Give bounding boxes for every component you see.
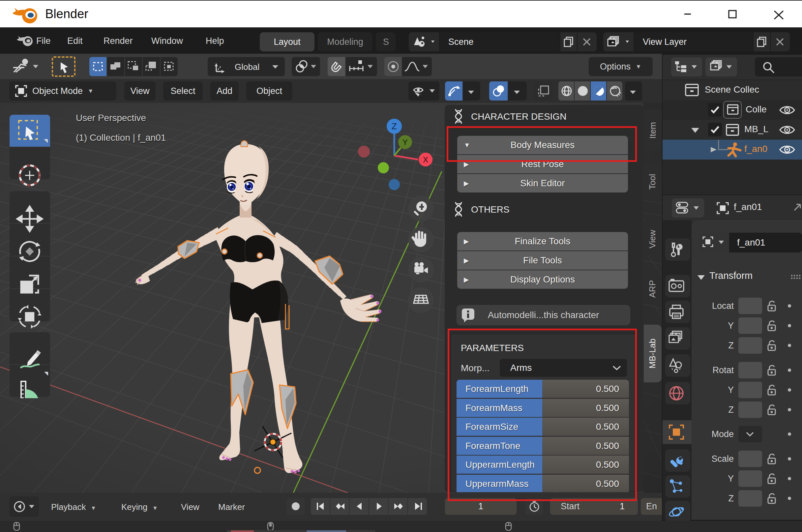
svg-text:Z: Z bbox=[392, 121, 397, 131]
svg-text:Y: Y bbox=[402, 138, 408, 147]
svg-text:X: X bbox=[423, 155, 428, 164]
